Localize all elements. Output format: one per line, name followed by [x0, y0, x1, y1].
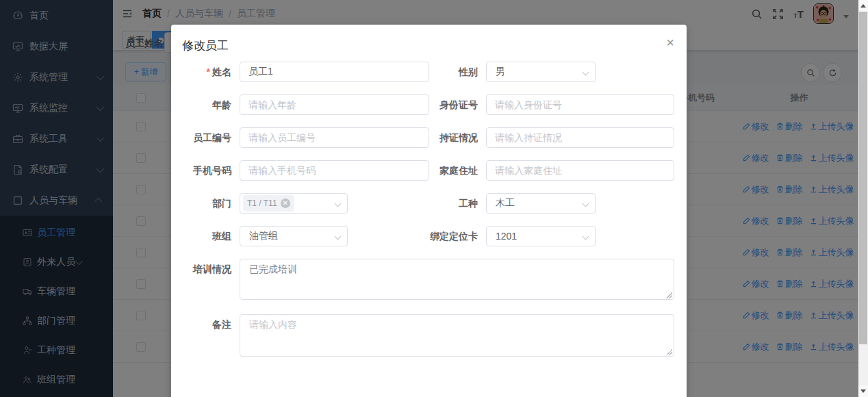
remark-label: 备注 [171, 314, 240, 359]
app-screen: 首页 数据大屏 系统管理 系统监控 系统工具 [0, 0, 868, 397]
address-label: 家庭住址 [429, 160, 486, 181]
department-select[interactable]: T1 / T11 ✕ [240, 193, 348, 214]
close-icon[interactable]: × [666, 36, 674, 49]
training-textarea[interactable]: 已完成培训 [240, 259, 674, 300]
remove-tag-icon[interactable]: ✕ [281, 198, 290, 208]
dialog-title: 修改员工 [182, 38, 229, 53]
age-label: 年龄 [171, 94, 240, 115]
chevron-down-icon [335, 233, 342, 240]
employee-no-label: 员工编号 [171, 127, 240, 148]
chevron-down-icon [335, 201, 342, 207]
remark-textarea[interactable] [240, 314, 674, 357]
location-card-label: 绑定定位卡 [429, 226, 486, 246]
location-card-select[interactable]: 1201 [486, 226, 596, 246]
chevron-down-icon [583, 69, 589, 76]
job-type-label: 工种 [429, 193, 486, 214]
team-select[interactable]: 油管组 [240, 226, 348, 246]
scroll-up-icon[interactable] [858, 0, 868, 12]
name-input[interactable] [240, 62, 429, 82]
phone-label: 手机号码 [171, 160, 240, 181]
training-label: 培训情况 [171, 259, 240, 302]
id-number-label: 身份证号 [429, 94, 486, 115]
department-label: 部门 [171, 193, 240, 214]
edit-employee-form: 姓名 性别 男 年龄 身份证号 员工编号 持证情况 [171, 62, 687, 371]
job-type-select[interactable]: 木工 [486, 193, 596, 214]
certificate-label: 持证情况 [429, 127, 486, 148]
gender-label: 性别 [429, 62, 486, 82]
chevron-down-icon [583, 201, 589, 207]
chevron-down-icon [583, 233, 589, 240]
department-tag: T1 / T11 ✕ [243, 195, 294, 212]
id-number-input[interactable] [486, 94, 674, 115]
phone-input[interactable] [240, 160, 429, 181]
address-input[interactable] [486, 160, 674, 181]
edit-employee-dialog: 修改员工 × 姓名 性别 男 年龄 身份证号 员工编号 [171, 25, 687, 397]
age-input[interactable] [240, 94, 429, 115]
name-label: 姓名 [171, 62, 240, 82]
scroll-down-icon[interactable] [858, 385, 868, 397]
employee-no-input[interactable] [240, 127, 429, 148]
gender-select[interactable]: 男 [486, 62, 596, 82]
scrollbar-thumb[interactable] [859, 12, 867, 344]
browser-scrollbar[interactable] [858, 0, 868, 397]
certificate-input[interactable] [486, 127, 674, 148]
team-label: 班组 [171, 226, 240, 246]
